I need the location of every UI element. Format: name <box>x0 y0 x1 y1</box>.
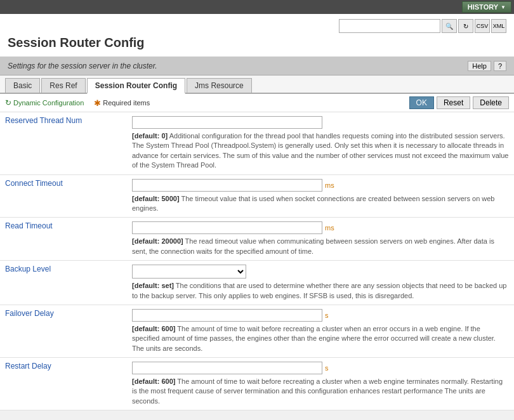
delete-button[interactable]: Delete <box>473 96 509 109</box>
field-input-2[interactable] <box>132 221 322 234</box>
config-row-0: Reserved Thread Num[default: 0] Addition… <box>0 112 514 174</box>
tab-res-ref[interactable]: Res Ref <box>41 78 85 93</box>
chevron-down-icon: ▼ <box>501 4 506 10</box>
config-table: Reserved Thread Num[default: 0] Addition… <box>0 112 514 410</box>
field-input-4[interactable] <box>132 309 322 322</box>
field-input-5[interactable] <box>132 362 322 374</box>
field-description-3: [default: set] The conditions that are u… <box>132 281 509 301</box>
required-items-indicator: ✱ Required items <box>94 98 150 108</box>
field-description-2: [default: 20000] The read timeout value … <box>132 237 509 256</box>
search-button[interactable]: 🔍 <box>442 19 457 33</box>
config-row-4: Failover Delays[default: 600] The amount… <box>0 305 514 357</box>
config-row-5: Restart Delays[default: 600] The amount … <box>0 358 514 410</box>
field-description-4: [default: 600] The amount of time to wai… <box>132 324 509 353</box>
field-input-row-5: s <box>132 362 509 374</box>
field-content-0: [default: 0] Additional configuration fo… <box>127 112 514 174</box>
field-input-1[interactable] <box>132 179 322 192</box>
info-text: Settings for the session server in the c… <box>8 62 157 70</box>
toolbar: ↻ Dynamic Configuration ✱ Required items… <box>0 94 514 112</box>
help-icon-button[interactable]: ? <box>494 61 506 71</box>
refresh-icon: ↻ <box>5 98 11 107</box>
tab-basic[interactable]: Basic <box>5 78 40 93</box>
export-csv-button[interactable]: CSV <box>475 19 490 33</box>
field-label-4: Failover Delay <box>0 305 127 357</box>
field-content-2: ms[default: 20000] The read timeout valu… <box>127 218 514 261</box>
reset-button[interactable]: Reset <box>437 96 470 109</box>
info-bar: Settings for the session server in the c… <box>0 57 514 75</box>
toolbar-actions: OK Reset Delete <box>409 96 509 109</box>
tab-jms-resource[interactable]: Jms Resource <box>187 78 252 93</box>
field-content-5: s[default: 600] The amount of time to wa… <box>127 358 514 410</box>
field-unit-4: s <box>325 312 329 319</box>
field-content-4: s[default: 600] The amount of time to wa… <box>127 305 514 357</box>
field-label-0: Reserved Thread Num <box>0 112 127 174</box>
field-label-2: Read Timeout <box>0 218 127 261</box>
search-bar: 🔍 ↻ CSV XML <box>8 19 506 33</box>
refresh-button[interactable]: ↻ <box>458 19 473 33</box>
field-content-3: [default: set] The conditions that are u… <box>127 261 514 305</box>
field-input-row-2: ms <box>132 221 509 234</box>
field-input-0[interactable] <box>132 116 322 129</box>
field-input-row-4: s <box>132 309 509 322</box>
field-unit-1: ms <box>325 181 334 189</box>
field-label-1: Connect Timeout <box>0 174 127 218</box>
field-select-3[interactable] <box>132 265 246 279</box>
search-input[interactable] <box>339 19 440 33</box>
field-description-1: [default: 5000] The timeout value that i… <box>132 194 509 214</box>
field-content-1: ms[default: 5000] The timeout value that… <box>127 174 514 218</box>
field-description-0: [default: 0] Additional configuration fo… <box>132 131 509 171</box>
export-xml-button[interactable]: XML <box>491 19 506 33</box>
field-label-3: Backup Level <box>0 261 127 305</box>
history-button[interactable]: HISTORY ▼ <box>462 1 511 13</box>
field-description-5: [default: 600] The amount of time to wai… <box>132 377 509 406</box>
ok-button[interactable]: OK <box>409 96 434 109</box>
dynamic-config-link[interactable]: ↻ Dynamic Configuration <box>5 98 84 107</box>
config-row-1: Connect Timeoutms[default: 5000] The tim… <box>0 174 514 218</box>
field-input-row-0 <box>132 116 509 129</box>
field-input-row-3 <box>132 265 509 279</box>
config-row-3: Backup Level[default: set] The condition… <box>0 261 514 305</box>
field-input-row-1: ms <box>132 179 509 192</box>
tabs-container: Basic Res Ref Session Router Config Jms … <box>0 75 514 94</box>
field-label-5: Restart Delay <box>0 358 127 410</box>
config-row-2: Read Timeoutms[default: 20000] The read … <box>0 218 514 261</box>
help-button[interactable]: Help <box>468 61 491 71</box>
page-header: 🔍 ↻ CSV XML Session Router Config <box>0 14 514 57</box>
tab-session-router-config[interactable]: Session Router Config <box>87 78 185 94</box>
page-title: Session Router Config <box>8 36 506 50</box>
field-unit-5: s <box>325 364 329 372</box>
required-star-icon: ✱ <box>94 98 101 108</box>
field-unit-2: ms <box>325 224 334 232</box>
top-bar: HISTORY ▼ <box>0 0 514 14</box>
